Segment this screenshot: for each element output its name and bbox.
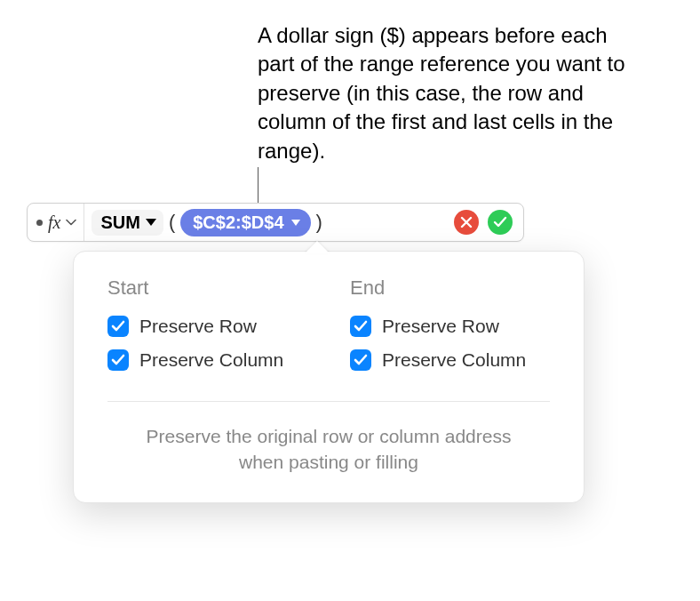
range-reference-text: $C$2:$D$4	[193, 212, 283, 233]
start-preserve-column-checkbox[interactable]	[107, 349, 129, 371]
check-icon	[493, 216, 507, 228]
fx-handle-dot	[36, 220, 43, 226]
start-preserve-row-row: Preserve Row	[107, 316, 307, 337]
x-icon	[460, 216, 473, 228]
end-preserve-row-row: Preserve Row	[350, 316, 550, 337]
cancel-button[interactable]	[454, 210, 479, 235]
chevron-down-icon	[66, 219, 76, 226]
check-icon	[111, 320, 125, 333]
end-preserve-column-checkbox[interactable]	[350, 349, 371, 371]
end-preserve-column-row: Preserve Column	[350, 349, 550, 371]
open-paren: (	[167, 211, 177, 234]
formula-actions	[454, 210, 520, 235]
start-preserve-row-label: Preserve Row	[139, 316, 257, 337]
check-icon	[354, 354, 368, 366]
popover-divider	[107, 401, 550, 402]
dropdown-triangle-icon	[146, 219, 156, 226]
start-column: Start Preserve Row Preserve Column	[107, 276, 307, 383]
function-name: SUM	[100, 212, 139, 233]
start-heading: Start	[107, 276, 307, 300]
formula-bar: fx SUM ( $C$2:$D$4 )	[27, 203, 524, 242]
close-paren: )	[314, 211, 324, 234]
check-icon	[354, 320, 368, 333]
fx-label: fx	[48, 212, 60, 233]
dropdown-triangle-icon	[291, 220, 300, 226]
start-preserve-row-checkbox[interactable]	[107, 316, 129, 337]
popover-description: Preserve the original row or column addr…	[107, 423, 550, 476]
fx-menu[interactable]: fx	[31, 204, 84, 241]
confirm-button[interactable]	[488, 210, 513, 235]
end-preserve-row-checkbox[interactable]	[350, 316, 371, 337]
annotation-text: A dollar sign ($) appears before each pa…	[258, 21, 648, 165]
formula-content[interactable]: SUM ( $C$2:$D$4 )	[84, 209, 454, 236]
end-preserve-row-label: Preserve Row	[382, 316, 499, 337]
reference-options-popover: Start Preserve Row Preserve Column End	[73, 251, 585, 503]
start-preserve-column-label: Preserve Column	[139, 349, 283, 371]
check-icon	[111, 354, 125, 366]
end-column: End Preserve Row Preserve Column	[350, 276, 550, 383]
start-preserve-column-row: Preserve Column	[107, 349, 307, 371]
end-preserve-column-label: Preserve Column	[382, 349, 526, 371]
end-heading: End	[350, 276, 550, 300]
range-reference-token[interactable]: $C$2:$D$4	[180, 209, 310, 236]
function-token[interactable]: SUM	[91, 210, 163, 236]
